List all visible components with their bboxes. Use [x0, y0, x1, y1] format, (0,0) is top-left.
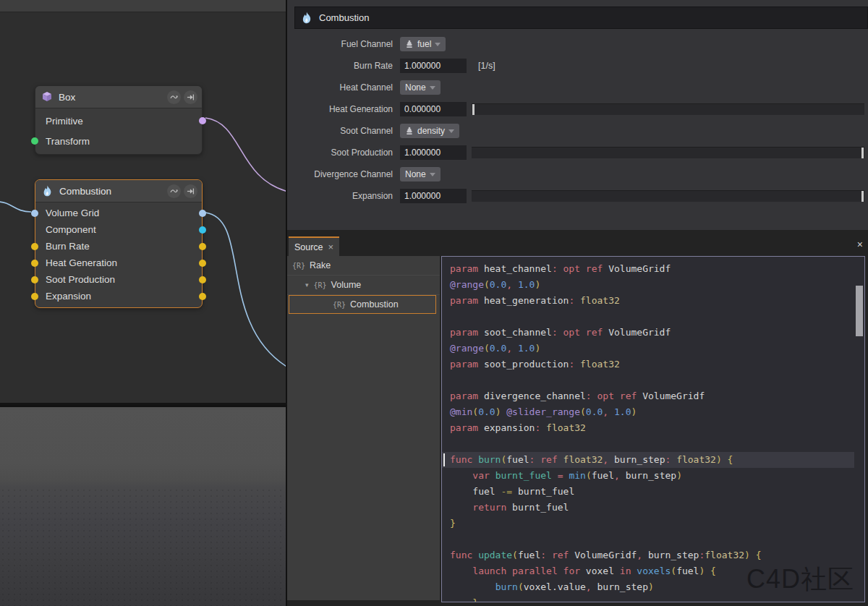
- port-transform-in[interactable]: [31, 137, 38, 145]
- code-line[interactable]: [442, 372, 854, 388]
- expansion-slider[interactable]: [472, 190, 864, 202]
- node-box-header[interactable]: Box: [35, 86, 202, 108]
- prop-label: Soot Channel: [287, 126, 400, 136]
- divergence-channel-dropdown[interactable]: None: [400, 167, 441, 182]
- code-line[interactable]: param expansion: float32: [442, 420, 854, 436]
- node-row-transform[interactable]: Transform: [35, 131, 202, 151]
- port-burn-rate-in[interactable]: [31, 243, 38, 250]
- skip-to-end-icon: [186, 187, 195, 196]
- prop-row-heat-channel: Heat Channel None: [287, 77, 868, 98]
- node-combustion-header[interactable]: Combustion: [35, 180, 202, 202]
- node-row-volume-grid[interactable]: Volume Grid: [35, 205, 202, 221]
- properties-title: Combustion: [319, 12, 369, 23]
- prop-label: Burn Rate: [287, 61, 400, 71]
- prop-row-expansion: Expansion 1.000000: [287, 185, 868, 207]
- port-component-out[interactable]: [199, 226, 206, 234]
- port-volume-grid-out[interactable]: [199, 210, 206, 217]
- tree-item-combustion[interactable]: {R} Combustion: [289, 295, 436, 314]
- heat-generation-field[interactable]: 0.000000: [400, 102, 467, 116]
- code-line[interactable]: func burn(fuel: ref float32, burn_step: …: [442, 452, 854, 468]
- dropdown-value: None: [405, 169, 426, 179]
- port-soot-production-in[interactable]: [31, 276, 38, 283]
- tab-close-icon[interactable]: ×: [328, 242, 334, 252]
- watermark: C4D社区: [746, 562, 854, 597]
- code-line[interactable]: param soot_production: float32: [442, 357, 854, 372]
- node-row-burn-rate[interactable]: Burn Rate: [35, 238, 202, 255]
- burn-rate-field[interactable]: 1.000000: [400, 59, 467, 73]
- dropdown-arrow-icon: [435, 43, 441, 49]
- node-combustion[interactable]: Combustion Volume Grid: [35, 179, 203, 308]
- soot-production-field[interactable]: 1.000000: [400, 145, 467, 160]
- node-row-component[interactable]: Component: [35, 221, 202, 238]
- code-line[interactable]: param heat_generation: float32: [442, 293, 854, 309]
- code-area[interactable]: param heat_channel: opt ref VolumeGridf@…: [442, 261, 854, 602]
- code-line[interactable]: [442, 309, 854, 325]
- port-heat-generation-in[interactable]: [31, 260, 38, 267]
- flame-icon: [41, 185, 54, 197]
- dropdown-value: density: [417, 126, 445, 136]
- code-line[interactable]: var burnt_fuel = min(fuel, burn_step): [442, 468, 854, 484]
- code-editor[interactable]: param heat_channel: opt ref VolumeGridf@…: [441, 256, 865, 602]
- prop-row-soot-channel: Soot Channel density: [287, 120, 868, 142]
- node-row-label: Soot Production: [46, 274, 115, 285]
- port-burn-rate-out[interactable]: [199, 243, 206, 250]
- code-line[interactable]: @min(0.0) @slider_range(0.0, 1.0): [442, 404, 854, 420]
- slider-handle[interactable]: [861, 148, 864, 158]
- wave-arrow-icon: [169, 93, 179, 102]
- panel-close-icon[interactable]: ×: [857, 239, 863, 249]
- expansion-field[interactable]: 1.000000: [400, 189, 467, 203]
- node-row-expansion[interactable]: Expansion: [35, 288, 202, 304]
- port-expansion-out[interactable]: [199, 293, 206, 300]
- viewport-3d[interactable]: [0, 405, 287, 606]
- soot-channel-dropdown[interactable]: density: [400, 124, 459, 138]
- tree-item-label: Combustion: [350, 299, 399, 310]
- node-row-primitive[interactable]: Primitive: [35, 111, 202, 131]
- dropdown-arrow-icon: [430, 86, 435, 93]
- node-output-button[interactable]: [184, 184, 197, 198]
- port-heat-generation-out[interactable]: [199, 260, 206, 267]
- channel-icon: [405, 127, 414, 135]
- dropdown-arrow-icon: [448, 129, 454, 136]
- tree-item-volume[interactable]: ▾ {R} Volume: [287, 276, 440, 295]
- node-row-heat-generation[interactable]: Heat Generation: [35, 255, 202, 271]
- tree-item-rake[interactable]: {R} Rake: [287, 256, 440, 276]
- code-line[interactable]: }: [442, 516, 854, 532]
- heat-channel-dropdown[interactable]: None: [400, 80, 441, 95]
- properties-panel: Combustion Fuel Channel fuel: [287, 0, 868, 230]
- code-line[interactable]: [442, 436, 854, 452]
- port-volume-grid-in[interactable]: [31, 210, 38, 217]
- code-line[interactable]: param soot_channel: opt ref VolumeGridf: [442, 325, 854, 341]
- node-box[interactable]: Box Primitive Tr: [35, 85, 203, 155]
- code-line[interactable]: param divergence_channel: opt ref Volume…: [442, 388, 854, 404]
- tab-source[interactable]: Source ×: [289, 236, 339, 256]
- code-line[interactable]: [442, 532, 854, 547]
- expander-icon[interactable]: ▾: [305, 281, 309, 289]
- node-output-button[interactable]: [184, 90, 197, 104]
- prop-label: Expansion: [287, 191, 400, 201]
- soot-production-slider[interactable]: [472, 147, 864, 158]
- code-line[interactable]: fuel -= burnt_fuel: [442, 484, 854, 500]
- burn-rate-unit: [1/s]: [478, 61, 495, 71]
- node-preview-button[interactable]: [167, 90, 181, 104]
- port-soot-production-out[interactable]: [199, 276, 206, 283]
- prop-label: Fuel Channel: [287, 39, 400, 49]
- prop-row-burn-rate: Burn Rate 1.000000 [1/s]: [287, 55, 868, 77]
- code-line[interactable]: param heat_channel: opt ref VolumeGridf: [442, 261, 854, 277]
- prop-label: Divergence Channel: [287, 169, 400, 179]
- code-line[interactable]: @range(0.0, 1.0): [442, 277, 854, 293]
- port-expansion-in[interactable]: [31, 293, 38, 300]
- scrollbar-thumb[interactable]: [856, 286, 863, 336]
- code-line[interactable]: func update(fuel: ref VolumeGridf, burn_…: [442, 547, 854, 563]
- port-primitive-out[interactable]: [199, 117, 206, 124]
- slider-handle[interactable]: [861, 191, 864, 202]
- code-line[interactable]: return burnt_fuel: [442, 500, 854, 516]
- node-row-soot-production[interactable]: Soot Production: [35, 271, 202, 288]
- node-preview-button[interactable]: [167, 184, 181, 198]
- rake-badge-icon: {R}: [292, 262, 305, 270]
- code-line[interactable]: @range(0.0, 1.0): [442, 341, 854, 357]
- heat-generation-slider[interactable]: [472, 103, 864, 115]
- fuel-channel-dropdown[interactable]: fuel: [400, 37, 446, 51]
- node-editor-canvas[interactable]: Box Primitive Tr: [0, 0, 287, 403]
- slider-handle[interactable]: [472, 104, 475, 115]
- node-title: Combustion: [59, 186, 164, 197]
